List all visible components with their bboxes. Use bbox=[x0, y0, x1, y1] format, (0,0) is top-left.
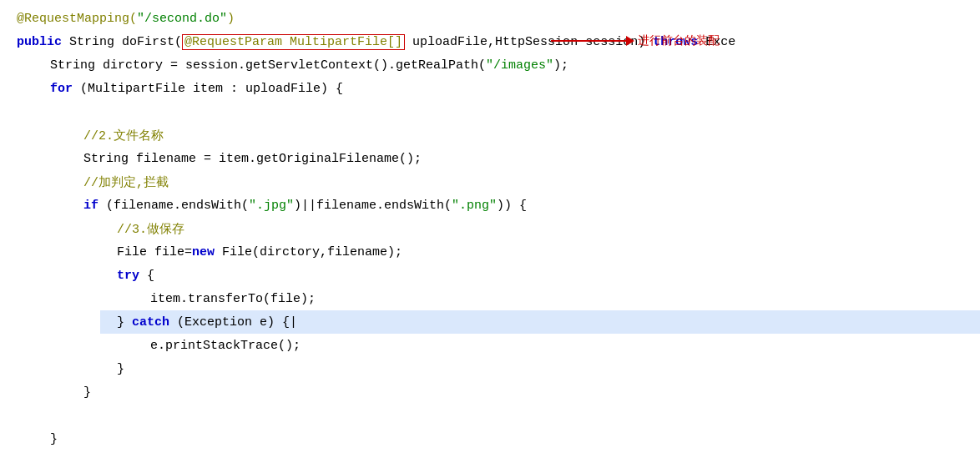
if-close-brace: } bbox=[83, 385, 91, 400]
code-line-2: public String doFirst(@RequestParam Mult… bbox=[0, 30, 980, 53]
if-start: (filename.endsWith( bbox=[99, 199, 249, 213]
closing-brace: } bbox=[117, 315, 132, 330]
code-text: String dirctory = session.getServletCont… bbox=[50, 58, 486, 73]
keyword-for: for bbox=[50, 82, 73, 96]
code-line-7: String filename = item.getOriginalFilena… bbox=[67, 147, 980, 170]
catch-params: (Exception e) {| bbox=[169, 315, 297, 330]
code-line-8: //加判定,拦截 bbox=[67, 170, 980, 194]
string-images: "/images" bbox=[486, 58, 553, 73]
transfer-code: item.transferTo(file); bbox=[150, 292, 316, 306]
catch-close: } bbox=[117, 362, 124, 376]
annotation-close: ) bbox=[227, 12, 235, 26]
keyword-catch: catch bbox=[132, 315, 169, 330]
for-close-brace: } bbox=[50, 432, 58, 446]
annotation-box: @RequestParam MultipartFile[] bbox=[182, 34, 405, 50]
semicolon: ); bbox=[553, 58, 568, 73]
annotation-text: @RequestMapping( bbox=[17, 12, 137, 26]
code-line-9: if (filename.endsWith(".jpg")||filename.… bbox=[67, 194, 980, 217]
code-line-10: //3.做保存 bbox=[100, 217, 980, 240]
code-line-13: item.transferTo(file); bbox=[134, 287, 980, 310]
code-line-14: } catch (Exception e) {| bbox=[100, 310, 980, 334]
string-png: ".png" bbox=[452, 199, 497, 213]
code-line-3: String dirctory = session.getServletCont… bbox=[33, 53, 980, 77]
code-line-12: try { bbox=[100, 264, 980, 287]
for-body: (MultipartFile item : uploadFile) { bbox=[73, 82, 343, 96]
code-line-18 bbox=[0, 404, 980, 427]
keyword-new: new bbox=[192, 245, 215, 259]
arrow-head bbox=[626, 36, 634, 46]
comment-filter: //加判定,拦截 bbox=[83, 174, 169, 190]
code-line-19: } bbox=[33, 427, 980, 450]
string-text: " bbox=[137, 12, 144, 26]
string-value: /second.do bbox=[144, 12, 220, 26]
string-end: " bbox=[220, 12, 227, 26]
or-op: )||filename.endsWith( bbox=[294, 199, 452, 213]
keyword-public: public bbox=[17, 35, 62, 49]
string-jpg: ".jpg" bbox=[249, 199, 294, 213]
code-line-17: } bbox=[67, 380, 980, 404]
comment-filename: //2.文件名称 bbox=[83, 128, 164, 143]
arrow-line bbox=[551, 40, 626, 42]
print-stack: e.printStackTrace(); bbox=[150, 339, 301, 353]
arrow-annotation: 进行前台的装配 bbox=[551, 33, 720, 48]
file-constructor: File(dirctory,filename); bbox=[215, 245, 402, 259]
code-line-6: //2.文件名称 bbox=[67, 123, 980, 147]
annotation-label: 进行前台的装配 bbox=[638, 33, 720, 48]
try-brace: { bbox=[139, 269, 154, 283]
filename-code: String filename = item.getOriginalFilena… bbox=[83, 152, 422, 166]
code-line-4: for (MultipartFile item : uploadFile) { bbox=[33, 77, 980, 100]
code-container: @RequestMapping("/second.do") public Str… bbox=[0, 0, 980, 453]
keyword-try: try bbox=[117, 269, 139, 283]
keyword-if: if bbox=[83, 199, 99, 213]
code-line-15: e.printStackTrace(); bbox=[134, 334, 980, 357]
file-code: File file= bbox=[117, 245, 192, 259]
if-close: )) { bbox=[497, 199, 527, 213]
comment-save: //3.做保存 bbox=[117, 221, 184, 237]
code-line-5 bbox=[0, 100, 980, 123]
code-line-16: } bbox=[100, 357, 980, 380]
code-line-11: File file=new File(dirctory,filename); bbox=[100, 240, 980, 264]
code-line-1: @RequestMapping("/second.do") bbox=[0, 7, 980, 30]
return-type: String doFirst( bbox=[62, 35, 182, 49]
